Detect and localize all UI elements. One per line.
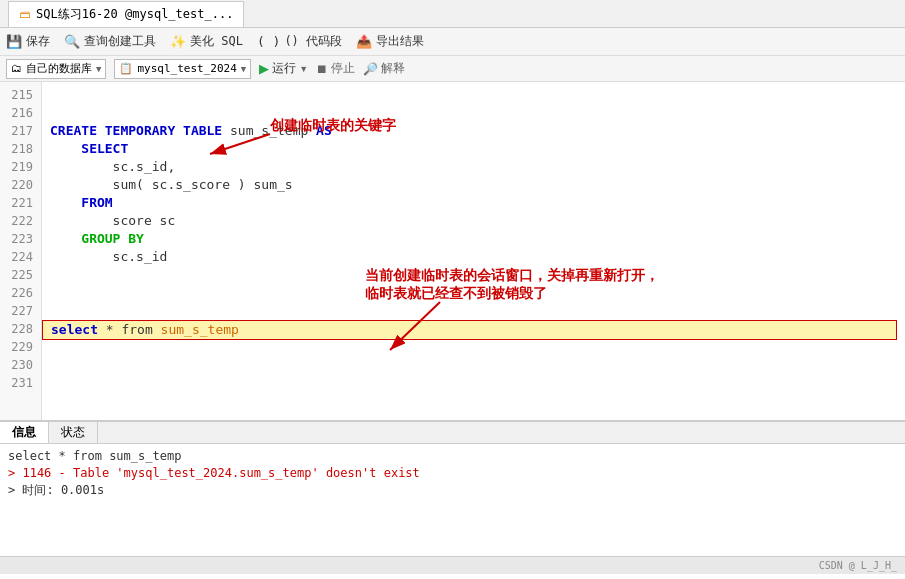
editor-container: 2152162172182192202212222232242252262272…: [0, 82, 905, 420]
toolbar: 💾 保存 🔍 查询创建工具 ✨ 美化 SQL ( ) () 代码段 📤 导出结果: [0, 28, 905, 56]
target-db-select[interactable]: 📋 mysql_test_2024 ▼: [114, 59, 251, 79]
code-area[interactable]: CREATE TEMPORARY TABLE sum_s_temp AS SEL…: [42, 82, 905, 420]
save-button[interactable]: 💾 保存: [6, 33, 50, 50]
db-icon: 🗂: [11, 62, 22, 75]
sql-file-icon: 🗃: [19, 8, 30, 21]
stop-button[interactable]: ⏹ 停止: [316, 60, 355, 77]
export-button[interactable]: 📤 导出结果: [356, 33, 424, 50]
export-icon: 📤: [356, 34, 372, 49]
bottom-tabs: 信息 状态: [0, 422, 905, 444]
tab-info[interactable]: 信息: [0, 422, 49, 443]
save-icon: 💾: [6, 34, 22, 49]
own-db-select[interactable]: 🗂 自己的数据库 ▼: [6, 59, 106, 79]
output-line-3: > 时间: 0.001s: [8, 482, 897, 499]
tab-label: SQL练习16-20 @mysql_test_...: [36, 6, 233, 23]
run-button[interactable]: ▶ 运行 ▼: [259, 60, 308, 77]
explain-icon: 🔎: [363, 62, 378, 76]
dropdown-arrow-icon2: ▼: [241, 64, 246, 74]
bottom-output: select * from sum_s_temp> 1146 - Table '…: [0, 444, 905, 503]
bottom-panel: 信息 状态 select * from sum_s_temp> 1146 - T…: [0, 420, 905, 556]
status-bar: CSDN @ L_J_H_: [0, 556, 905, 574]
explain-button[interactable]: 🔎 解释: [363, 60, 405, 77]
db-bar: 🗂 自己的数据库 ▼ 📋 mysql_test_2024 ▼ ▶ 运行 ▼ ⏹ …: [0, 56, 905, 82]
output-line-1: select * from sum_s_temp: [8, 448, 897, 465]
dropdown-arrow-icon: ▼: [96, 64, 101, 74]
stop-icon: ⏹: [316, 62, 328, 76]
output-line-2: > 1146 - Table 'mysql_test_2024.sum_s_te…: [8, 465, 897, 482]
beautify-icon: ✨: [170, 34, 186, 49]
table-icon: 📋: [119, 62, 133, 75]
tab-status[interactable]: 状态: [49, 422, 98, 443]
run-icon: ▶: [259, 61, 269, 76]
title-tab[interactable]: 🗃 SQL练习16-20 @mysql_test_...: [8, 1, 244, 27]
line-numbers: 2152162172182192202212222232242252262272…: [0, 82, 42, 420]
beautify-button[interactable]: ✨ 美化 SQL: [170, 33, 243, 50]
run-dropdown-arrow: ▼: [299, 64, 308, 74]
title-bar: 🗃 SQL练习16-20 @mysql_test_...: [0, 0, 905, 28]
query-build-button[interactable]: 🔍 查询创建工具: [64, 33, 156, 50]
query-build-icon: 🔍: [64, 34, 80, 49]
code-snippet-button[interactable]: ( ) () 代码段: [257, 33, 342, 50]
status-text: CSDN @ L_J_H_: [819, 560, 897, 571]
code-icon: ( ): [257, 34, 280, 49]
